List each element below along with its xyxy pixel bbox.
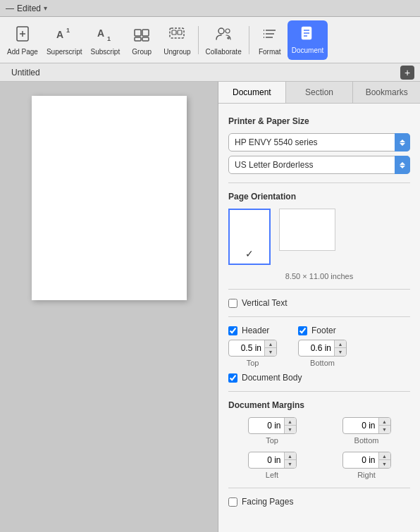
footer-item: Footer ▲ ▼ Bottom [298,326,347,367]
margins-section-title: Document Margins [228,400,410,410]
portrait-option[interactable]: ✓ [228,209,271,265]
margin-top-input[interactable] [249,418,284,433]
printer-section-title: Printer & Paper Size [228,116,410,126]
margin-right-increment[interactable]: ▲ [379,452,390,460]
toolbar-separator-2 [249,26,249,54]
margin-top-group: ▲ ▼ Top [228,417,316,445]
collaborate-label: Collaborate [206,48,242,56]
margin-bottom-wrap: ▲ ▼ [342,417,391,434]
toolbar-group[interactable]: Group [124,20,159,60]
margin-left-label: Left [266,471,278,479]
document-tab-bar: Untitled + [0,63,420,82]
toolbar-format[interactable]: Format [252,20,288,60]
toolbar-ungroup[interactable]: Ungroup [159,20,194,60]
svg-text:1: 1 [66,27,70,34]
footer-checkbox[interactable] [298,326,307,335]
footer-label[interactable]: Footer [311,326,336,335]
printer-select-row: HP ENVY 5540 series Other Printer [228,133,410,151]
header-increment-button[interactable]: ▲ [265,340,276,348]
facing-pages-label[interactable]: Facing Pages [242,497,293,507]
facing-pages-checkbox[interactable] [228,497,237,507]
margin-right-decrement[interactable]: ▼ [379,460,390,468]
margin-top-increment[interactable]: ▲ [285,418,296,426]
margin-right-group: ▲ ▼ Right [323,452,410,479]
main-area: Document Section Bookmarks Printer & Pap… [0,82,420,532]
document-body-label[interactable]: Document Body [242,373,302,383]
margin-bottom-group: ▲ ▼ Bottom [323,417,410,445]
margins-grid: ▲ ▼ Top ▲ ▼ Bottom [228,417,410,479]
group-label: Group [132,48,152,56]
header-value-input[interactable] [229,340,264,356]
add-page-icon [13,24,32,47]
divider-3 [228,316,410,317]
header-checkbox[interactable] [228,326,237,335]
printer-select[interactable]: HP ENVY 5540 series Other Printer [228,133,410,151]
footer-decrement-button[interactable]: ▼ [335,348,346,356]
header-footer-row: Header ▲ ▼ Top [228,326,410,367]
vertical-text-row: Vertical Text [228,298,410,308]
divider-4 [228,391,410,392]
top-bar: — Edited ▾ [0,0,420,17]
paper-select-arrow[interactable] [395,156,410,174]
edited-label: Edited [17,4,41,13]
document-body-checkbox[interactable] [228,373,237,383]
landscape-option[interactable] [279,209,335,265]
svg-rect-12 [172,30,176,35]
footer-spinner-buttons: ▲ ▼ [334,340,346,356]
footer-increment-button[interactable]: ▲ [335,340,346,348]
margin-left-decrement[interactable]: ▼ [285,460,296,468]
footer-value-input[interactable] [299,340,334,356]
margin-bottom-input[interactable] [343,418,378,433]
margin-bottom-decrement[interactable]: ▼ [379,426,390,433]
toolbar-add-page[interactable]: Add Page [3,20,42,60]
dimensions-text: 8.50 × 11.00 inches [228,272,410,280]
printer-arrow-up-icon [400,140,405,142]
margin-right-input[interactable] [343,452,378,468]
paper-select[interactable]: US Letter Borderless US Letter A4 [228,156,410,174]
printer-arrow-down-icon [400,143,405,146]
header-input-wrap: ▲ ▼ [228,340,277,357]
untitled-tab[interactable]: Untitled [6,66,46,79]
margin-left-input[interactable] [249,452,284,468]
tab-bookmarks[interactable]: Bookmarks [353,82,420,103]
toolbar-separator-1 [198,26,199,54]
svg-rect-13 [178,30,182,35]
margin-bottom-increment[interactable]: ▲ [379,418,390,426]
margin-left-increment[interactable]: ▲ [285,452,296,460]
printer-select-arrow[interactable] [395,133,410,151]
header-check-row: Header [228,326,277,335]
ungroup-label: Ungroup [163,48,190,56]
footer-input-wrap: ▲ ▼ [298,340,347,357]
svg-text:A: A [97,27,104,39]
tab-document[interactable]: Document [218,82,286,103]
paper-arrow-up-icon [400,162,405,165]
tab-section[interactable]: Section [286,82,354,103]
subscript-label: Subscript [91,48,121,56]
vertical-text-checkbox[interactable] [228,299,237,308]
toolbar-superscript[interactable]: A 1 Superscript [42,20,87,60]
toolbar-collaborate[interactable]: Collaborate [202,20,246,60]
header-spinner-buttons: ▲ ▼ [264,340,276,356]
svg-rect-7 [135,30,141,36]
header-label[interactable]: Header [242,326,269,335]
landscape-preview [279,209,335,251]
footer-sublabel: Bottom [310,359,335,367]
vertical-text-label[interactable]: Vertical Text [242,298,287,308]
toolbar-subscript[interactable]: A 1 Subscript [87,20,125,60]
margin-top-label: Top [266,436,278,445]
margin-top-decrement[interactable]: ▼ [285,426,296,433]
svg-rect-8 [142,30,149,36]
dash-separator: — [6,4,14,13]
document-icon [299,25,316,45]
title-chevron-icon[interactable]: ▾ [44,4,47,12]
margin-right-label: Right [357,471,376,479]
add-tab-button[interactable]: + [400,66,414,80]
svg-text:1: 1 [107,35,111,42]
header-decrement-button[interactable]: ▼ [265,348,276,356]
superscript-label: Superscript [47,48,82,56]
svg-rect-10 [142,37,149,41]
header-sublabel: Top [247,359,259,367]
toolbar-document[interactable]: Document [288,20,328,60]
portrait-checkmark-icon: ✓ [245,248,254,259]
margin-top-wrap: ▲ ▼ [248,417,297,434]
